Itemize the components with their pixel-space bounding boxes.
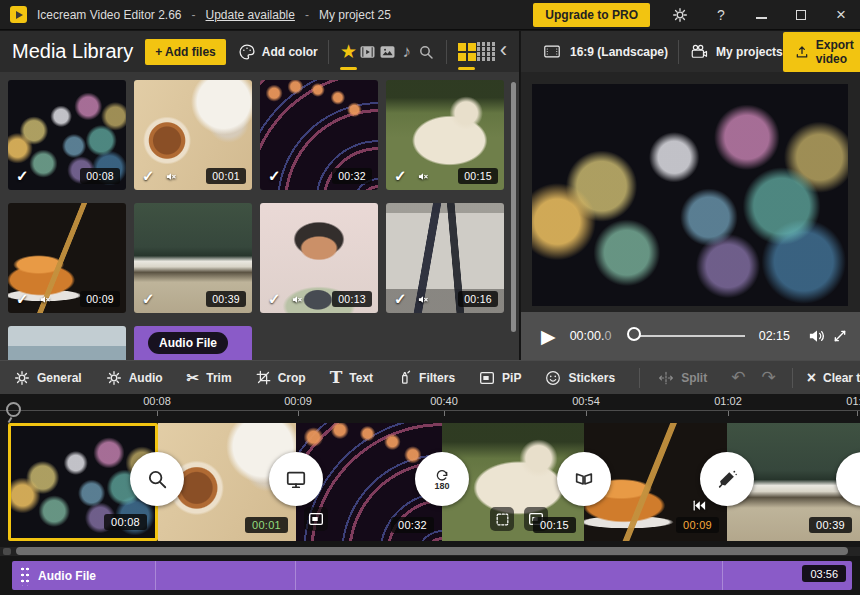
view-grid-large-button[interactable] — [457, 39, 476, 65]
added-check-icon: ✓ — [268, 167, 281, 185]
settings-gear-icon[interactable] — [672, 7, 690, 23]
clip-duration-badge: 00:32 — [391, 517, 434, 533]
timeline-hscroll-left-button[interactable] — [3, 548, 11, 555]
collapse-panel-chevron[interactable]: ‹ — [496, 37, 511, 66]
aspect-ratio-button[interactable]: 16:9 (Landscape) — [541, 43, 668, 60]
audio-track-duration: 03:56 — [802, 565, 846, 582]
transition-rotate180-button[interactable]: 180 — [415, 452, 469, 506]
clip-duration-badge: 00:09 — [676, 517, 719, 533]
media-item-white-dog[interactable]: ✓00:15 — [386, 80, 504, 190]
add-color-button[interactable]: Add color — [238, 43, 318, 61]
update-available-link[interactable]: Update available — [206, 8, 295, 22]
help-icon[interactable]: ? — [712, 7, 730, 23]
media-item-podcast-woman[interactable]: ✓00:13 — [260, 203, 378, 313]
tool-crop[interactable]: Crop — [256, 370, 306, 385]
media-item-coffee-latte[interactable]: ✓00:01 — [134, 80, 252, 190]
media-item-ferris-wheel[interactable]: ✓00:32 — [260, 80, 378, 190]
scissors-icon: ✂ — [187, 370, 200, 385]
media-item-honey-croissant[interactable]: ✓00:09 — [8, 203, 126, 313]
maximize-button[interactable] — [792, 7, 810, 23]
add-files-button[interactable]: + Add files — [145, 39, 226, 65]
tool-stickers[interactable]: Stickers — [545, 370, 615, 386]
app-title: Icecream Video Editor 2.66 — [37, 8, 182, 22]
media-item-street-walk[interactable]: ✓00:16 — [386, 203, 504, 313]
tool-pip[interactable]: PiP — [479, 370, 521, 386]
title-separator: - — [192, 8, 196, 22]
media-duration-badge: 00:01 — [206, 168, 246, 184]
video-track: 00:0800:0100:3200:1500:0900:39180 — [0, 423, 860, 541]
drag-grip-icon[interactable] — [20, 565, 29, 586]
muted-speaker-icon — [417, 171, 430, 182]
tab-favorites[interactable]: ★ — [339, 39, 358, 65]
media-duration-badge: 00:39 — [206, 291, 246, 307]
added-check-icon: ✓ — [16, 167, 29, 185]
clear-timeline-button[interactable]: × Clear timeline — [807, 370, 860, 386]
transition-screen-button[interactable] — [269, 452, 323, 506]
play-button[interactable]: ▶ — [541, 325, 556, 348]
clip-duration-badge: 00:08 — [104, 514, 147, 530]
tab-music[interactable]: ♪ — [397, 39, 416, 65]
pip-badge-icon — [304, 507, 328, 531]
tool-audio[interactable]: Audio — [106, 370, 163, 386]
project-name: My project 25 — [319, 8, 391, 22]
media-duration-badge: 00:13 — [332, 291, 372, 307]
audio-file-label: Audio File — [148, 332, 228, 354]
tool-general[interactable]: General — [14, 370, 82, 386]
playhead[interactable] — [6, 402, 21, 417]
media-library-header: Media Library + Add files Add color ★ ♪ … — [0, 31, 520, 72]
added-check-icon: ✓ — [394, 167, 407, 185]
media-item-audio-file[interactable]: Audio File — [134, 326, 252, 360]
ruler-tick — [157, 411, 158, 416]
media-duration-badge: 00:09 — [80, 291, 120, 307]
tab-videos[interactable] — [358, 39, 377, 65]
media-item-ocean-waves[interactable]: ✓00:39 — [134, 203, 252, 313]
muted-speaker-icon — [417, 294, 430, 305]
seek-knob[interactable] — [627, 327, 641, 341]
rewind-icon — [692, 498, 707, 513]
tool-text[interactable]: TText — [330, 369, 373, 386]
fullscreen-icon[interactable] — [832, 328, 848, 344]
text-icon: T — [330, 369, 343, 386]
added-check-icon: ✓ — [142, 290, 155, 308]
clip-duration-badge: 00:39 — [809, 517, 852, 533]
title-separator: - — [305, 8, 309, 22]
view-grid-small-button[interactable] — [476, 39, 495, 65]
volume-icon[interactable] — [808, 327, 826, 345]
media-item-bokeh-lights[interactable]: ✓00:08 — [8, 80, 126, 190]
timeline: 00:0800:0100:3200:1500:0900:39180 Audio … — [0, 394, 860, 595]
total-time: 02:15 — [759, 329, 790, 343]
audio-track-label: Audio File — [38, 569, 96, 583]
media-item-coastline[interactable] — [8, 326, 126, 360]
close-button[interactable]: × — [832, 5, 850, 25]
transition-flip-button[interactable] — [557, 452, 611, 506]
crop-icon — [256, 370, 271, 385]
upgrade-to-pro-button[interactable]: Upgrade to PRO — [533, 3, 650, 27]
undo-button[interactable]: ↶ — [731, 369, 745, 386]
tab-search[interactable] — [416, 39, 435, 65]
my-projects-button[interactable]: My projects — [689, 43, 783, 61]
audio-segment-divider — [722, 561, 723, 590]
audio-track[interactable]: Audio File 03:56 — [12, 561, 852, 590]
transition-magnifier-button[interactable] — [130, 452, 184, 506]
media-library-scrollbar[interactable] — [511, 82, 516, 332]
preview-header: 16:9 (Landscape) My projects Export vide… — [521, 31, 860, 72]
timeline-hscroll-thumb[interactable] — [16, 547, 848, 555]
tool-trim[interactable]: ✂Trim — [187, 370, 232, 385]
app-window: Icecream Video Editor 2.66 - Update avai… — [0, 0, 860, 595]
redo-button[interactable]: ↷ — [761, 369, 775, 386]
seek-slider[interactable] — [629, 335, 744, 337]
export-video-button[interactable]: Export video — [783, 32, 860, 72]
tab-images[interactable] — [378, 39, 397, 65]
ruler-timestamp: 00:08 — [143, 395, 171, 407]
music-note-icon: ♪ — [402, 43, 411, 60]
muted-speaker-icon — [165, 171, 178, 182]
transition-spray-button[interactable] — [700, 452, 754, 506]
tool-filters[interactable]: Filters — [397, 370, 455, 385]
minimize-button[interactable] — [752, 7, 770, 23]
playback-controls: ▶ 00:00.0 02:15 — [521, 312, 860, 360]
frame-badge-icon — [490, 507, 514, 531]
ruler-tick — [586, 411, 587, 416]
added-check-icon: ✓ — [394, 290, 407, 308]
split-button[interactable]: Split — [658, 370, 707, 386]
pip-icon — [479, 370, 495, 386]
